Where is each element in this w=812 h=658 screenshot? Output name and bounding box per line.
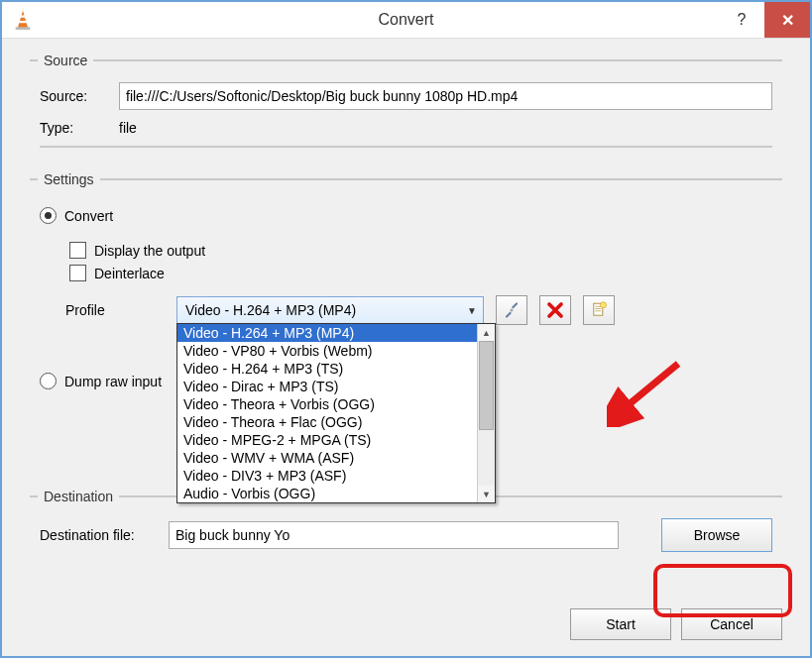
profile-combobox[interactable]: Video - H.264 + MP3 (MP4) ▼ Video - H.26…: [176, 296, 484, 324]
display-output-label: Display the output: [94, 243, 205, 259]
chevron-down-icon: ▼: [467, 305, 477, 316]
destination-file-label: Destination file:: [40, 527, 169, 543]
checkbox-icon: [69, 265, 86, 281]
delete-x-icon: [546, 301, 564, 319]
new-document-icon: [590, 301, 608, 319]
convert-radio-label: Convert: [64, 208, 113, 224]
profile-option[interactable]: Video - Dirac + MP3 (TS): [177, 378, 477, 395]
cancel-button-label: Cancel: [710, 616, 754, 632]
close-button[interactable]: ✕: [764, 2, 810, 38]
source-path-input[interactable]: [119, 82, 772, 110]
type-value: file: [119, 120, 137, 136]
dump-raw-label: Dump raw input: [64, 374, 162, 389]
scroll-down-icon[interactable]: ▼: [478, 486, 495, 502]
browse-button-label: Browse: [694, 527, 741, 543]
deinterlace-checkbox[interactable]: Deinterlace: [69, 265, 772, 281]
profile-option[interactable]: Video - WMV + WMA (ASF): [177, 449, 477, 467]
type-label: Type:: [40, 120, 119, 136]
delete-profile-button[interactable]: [539, 295, 571, 325]
settings-legend: Settings: [38, 171, 100, 187]
edit-profile-button[interactable]: [496, 295, 527, 325]
svg-point-4: [511, 309, 514, 312]
display-output-checkbox[interactable]: Display the output: [69, 242, 772, 259]
svg-point-9: [601, 302, 607, 308]
profile-option[interactable]: Video - H.264 + MP3 (TS): [177, 360, 477, 378]
convert-dialog: Convert ? ✕ Source Source: Type: file Se…: [0, 0, 812, 658]
title-bar: Convert ? ✕: [2, 2, 810, 39]
svg-rect-3: [16, 27, 31, 30]
checkbox-icon: [69, 242, 86, 259]
start-button-label: Start: [606, 616, 636, 632]
svg-rect-1: [20, 15, 26, 17]
radio-icon: [40, 207, 57, 224]
window-title: Convert: [2, 11, 810, 29]
dropdown-scrollbar[interactable]: ▲ ▼: [477, 324, 495, 502]
profile-label: Profile: [40, 302, 165, 318]
destination-file-input[interactable]: [169, 521, 619, 549]
profile-selected-value: Video - H.264 + MP3 (MP4): [185, 302, 356, 318]
scroll-up-icon[interactable]: ▲: [478, 324, 495, 341]
help-button[interactable]: ?: [719, 2, 764, 38]
source-label: Source:: [40, 88, 119, 104]
profile-option[interactable]: Video - H.264 + MP3 (MP4): [177, 324, 477, 342]
cancel-button[interactable]: Cancel: [681, 608, 782, 640]
source-legend: Source: [38, 53, 93, 68]
profile-option[interactable]: Video - VP80 + Vorbis (Webm): [177, 342, 477, 360]
radio-icon: [40, 373, 57, 389]
scroll-thumb[interactable]: [479, 341, 494, 430]
profile-option[interactable]: Audio - Vorbis (OGG): [177, 485, 477, 502]
profile-option[interactable]: Video - Theora + Flac (OGG): [177, 413, 477, 431]
svg-marker-0: [18, 11, 29, 29]
source-group: Source Source: Type: file: [30, 53, 782, 158]
profile-option[interactable]: Video - Theora + Vorbis (OGG): [177, 395, 477, 413]
convert-radio[interactable]: Convert: [40, 207, 772, 224]
tools-icon: [503, 301, 521, 319]
settings-group: Settings Convert Display the output Dein…: [30, 171, 782, 475]
svg-rect-2: [19, 21, 26, 23]
browse-button[interactable]: Browse: [661, 518, 772, 552]
profile-option[interactable]: Video - DIV3 + MP3 (ASF): [177, 467, 477, 485]
start-button[interactable]: Start: [570, 608, 671, 640]
new-profile-button[interactable]: [583, 295, 615, 325]
profile-option[interactable]: Video - MPEG-2 + MPGA (TS): [177, 431, 477, 449]
deinterlace-label: Deinterlace: [94, 266, 165, 281]
profile-dropdown-list: Video - H.264 + MP3 (MP4)Video - VP80 + …: [176, 323, 496, 503]
app-icon-vlc-cone: [12, 9, 34, 31]
destination-legend: Destination: [38, 489, 119, 504]
